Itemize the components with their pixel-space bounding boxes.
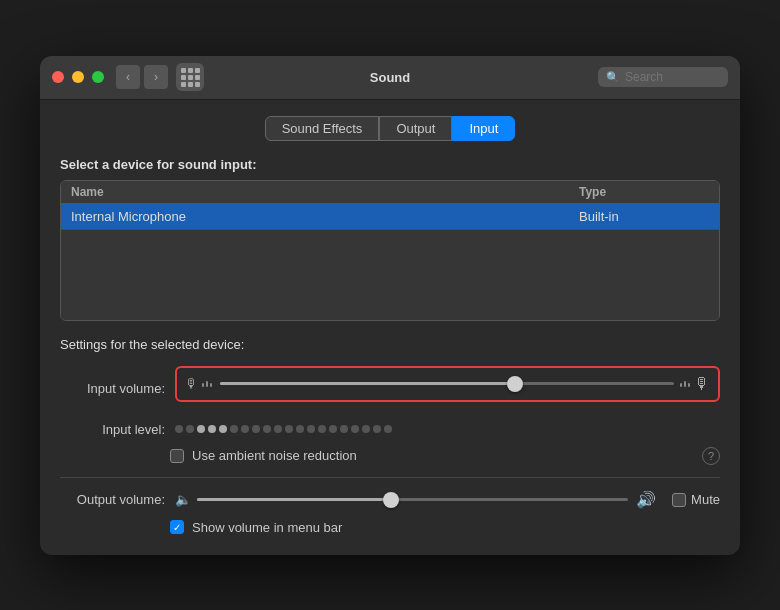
device-name-cell: Internal Microphone [71,209,579,224]
level-dot-16 [340,425,348,433]
level-dot-5 [219,425,227,433]
window-title: Sound [370,70,410,85]
col-name-header: Name [71,185,579,199]
main-window: ‹ › Sound 🔍 Sound Effects Output Input S… [40,56,740,555]
input-volume-track [220,382,674,385]
level-dot-14 [318,425,326,433]
output-volume-row: Output volume: 🔈 🔊 Mute [60,490,720,510]
content-area: Sound Effects Output Input Select a devi… [40,100,740,555]
input-level-label: Input level: [60,422,165,437]
traffic-lights [52,71,104,83]
grid-view-button[interactable] [176,63,204,91]
divider [60,477,720,478]
level-dot-8 [252,425,260,433]
col-type-header: Type [579,185,709,199]
table-row[interactable]: Internal Microphone Built-in [61,204,719,230]
output-volume-label: Output volume: [60,492,165,507]
level-dot-4 [208,425,216,433]
grid-icon [181,68,200,87]
mute-label: Mute [691,492,720,507]
table-header: Name Type [61,181,719,204]
settings-section-title: Settings for the selected device: [60,337,720,352]
speaker-high-icon: 🔊 [636,490,656,509]
back-button[interactable]: ‹ [116,65,140,89]
device-table: Name Type Internal Microphone Built-in [60,180,720,321]
level-dot-18 [362,425,370,433]
mic-low-icon: 🎙 [185,376,198,391]
mute-checkbox[interactable] [672,493,686,507]
noise-reduction-label: Use ambient noise reduction [192,448,357,463]
input-volume-fill [220,382,515,385]
tab-output[interactable]: Output [379,116,452,141]
titlebar: ‹ › Sound 🔍 [40,56,740,100]
tab-bar: Sound Effects Output Input [60,116,720,141]
level-dot-11 [285,425,293,433]
output-volume-slider[interactable] [197,490,628,510]
level-dot-9 [263,425,271,433]
level-dot-7 [241,425,249,433]
input-volume-slider[interactable] [220,374,674,394]
input-volume-thumb[interactable] [507,376,523,392]
level-dot-3 [197,425,205,433]
tab-input[interactable]: Input [452,116,515,141]
forward-button[interactable]: › [144,65,168,89]
device-type-cell: Built-in [579,209,709,224]
level-dot-1 [175,425,183,433]
device-section-title: Select a device for sound input: [60,157,720,172]
level-dot-2 [186,425,194,433]
level-dot-19 [373,425,381,433]
level-dot-13 [307,425,315,433]
maximize-button[interactable] [92,71,104,83]
show-volume-checkbox[interactable] [170,520,184,534]
noise-reduction-checkbox[interactable] [170,449,184,463]
level-dot-20 [384,425,392,433]
input-volume-label: Input volume: [60,381,165,396]
level-dot-15 [329,425,337,433]
table-empty-area [61,230,719,320]
level-dot-12 [296,425,304,433]
mute-row: Mute [672,492,720,507]
nav-buttons: ‹ › [116,65,168,89]
noise-reduction-row: Use ambient noise reduction ? [170,447,720,465]
output-volume-fill [197,498,391,501]
tab-sound-effects[interactable]: Sound Effects [265,116,380,141]
minimize-button[interactable] [72,71,84,83]
close-button[interactable] [52,71,64,83]
output-volume-thumb[interactable] [383,492,399,508]
show-volume-row: Show volume in menu bar [170,520,720,535]
level-dot-17 [351,425,359,433]
search-box[interactable]: 🔍 [598,67,728,87]
level-dot-10 [274,425,282,433]
search-icon: 🔍 [606,71,620,84]
help-icon[interactable]: ? [702,447,720,465]
input-level-row: Input level: [60,422,720,437]
speaker-low-icon: 🔈 [175,492,191,507]
level-dot-6 [230,425,238,433]
output-volume-track [197,498,628,501]
mic-high-icon: 🎙 [694,375,710,393]
input-volume-box: 🎙 🎙 [175,366,720,402]
show-volume-label: Show volume in menu bar [192,520,342,535]
input-level-indicator [175,425,392,433]
search-input[interactable] [625,70,720,84]
